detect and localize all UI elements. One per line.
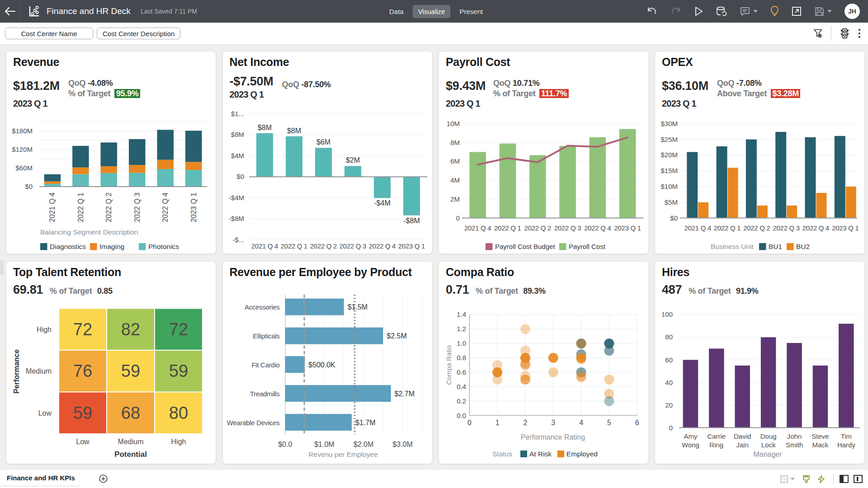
svg-text:2023 Q 1: 2023 Q 1 bbox=[190, 192, 198, 222]
svg-text:Medium: Medium bbox=[26, 367, 52, 375]
svg-text:Manager: Manager bbox=[753, 450, 782, 458]
svg-text:$15M: $15M bbox=[660, 167, 678, 174]
svg-text:-$...: -$... bbox=[232, 236, 244, 244]
svg-text:59: 59 bbox=[169, 361, 188, 380]
svg-text:4M: 4M bbox=[450, 176, 460, 184]
svg-text:$8M: $8M bbox=[287, 127, 301, 135]
svg-text:1: 1 bbox=[495, 419, 500, 427]
svg-text:$2.5M: $2.5M bbox=[387, 332, 406, 340]
svg-text:BU2: BU2 bbox=[796, 243, 810, 250]
svg-text:72: 72 bbox=[169, 319, 188, 338]
svg-text:0.8: 0.8 bbox=[457, 354, 466, 361]
svg-text:2022 Q 4: 2022 Q 4 bbox=[802, 224, 829, 232]
svg-text:0: 0 bbox=[467, 419, 472, 427]
svg-text:2022 Q 4: 2022 Q 4 bbox=[584, 224, 611, 232]
svg-text:$2.0M: $2.0M bbox=[353, 441, 373, 448]
svg-text:Mack: Mack bbox=[812, 441, 828, 449]
svg-text:$10M: $10M bbox=[660, 183, 678, 190]
svg-text:$30M: $30M bbox=[660, 120, 678, 127]
svg-text:Performance Rating: Performance Rating bbox=[521, 433, 585, 441]
svg-text:$8M: $8M bbox=[257, 124, 271, 131]
svg-text:John: John bbox=[787, 432, 802, 440]
svg-text:$1.7M: $1.7M bbox=[355, 418, 375, 426]
svg-text:Wearable Devices: Wearable Devices bbox=[226, 418, 279, 426]
svg-text:2022 Q 4: 2022 Q 4 bbox=[368, 242, 395, 250]
svg-text:2022 Q 2: 2022 Q 2 bbox=[105, 192, 113, 222]
svg-text:2022 Q 3: 2022 Q 3 bbox=[554, 224, 581, 232]
svg-text:2022 Q 2: 2022 Q 2 bbox=[743, 224, 770, 232]
svg-text:2022 Q 1: 2022 Q 1 bbox=[77, 192, 85, 222]
svg-text:$1...: $1... bbox=[231, 110, 244, 117]
svg-text:8M: 8M bbox=[450, 139, 460, 146]
svg-text:Ring: Ring bbox=[709, 441, 723, 449]
svg-text:0.0: 0.0 bbox=[457, 411, 466, 419]
svg-text:$5M: $5M bbox=[665, 198, 678, 206]
svg-text:2021 Q 4: 2021 Q 4 bbox=[251, 242, 278, 250]
svg-text:72: 72 bbox=[73, 319, 92, 338]
svg-text:1.0: 1.0 bbox=[457, 339, 466, 347]
svg-text:68: 68 bbox=[121, 403, 140, 422]
svg-text:Tim: Tim bbox=[841, 432, 852, 440]
svg-text:$120M: $120M bbox=[12, 145, 33, 153]
svg-text:Status: Status bbox=[492, 450, 512, 458]
svg-text:0.6: 0.6 bbox=[457, 368, 466, 375]
svg-text:0.2: 0.2 bbox=[457, 397, 466, 404]
svg-text:$1.5M: $1.5M bbox=[347, 303, 367, 311]
svg-text:Payroll Cost Budget: Payroll Cost Budget bbox=[495, 243, 555, 250]
svg-text:76: 76 bbox=[73, 361, 92, 380]
svg-text:Smith: Smith bbox=[786, 441, 803, 449]
svg-text:2021 Q 4: 2021 Q 4 bbox=[48, 192, 56, 222]
svg-text:Treadmills: Treadmills bbox=[250, 389, 279, 397]
svg-text:2: 2 bbox=[524, 419, 528, 427]
svg-text:2022 Q 2: 2022 Q 2 bbox=[524, 224, 551, 232]
svg-text:2023 Q 1: 2023 Q 1 bbox=[614, 224, 641, 232]
svg-text:Potential: Potential bbox=[114, 450, 147, 459]
svg-text:$20M: $20M bbox=[660, 151, 678, 159]
svg-text:Medium: Medium bbox=[118, 438, 144, 446]
svg-text:Wong: Wong bbox=[682, 441, 699, 449]
svg-text:-$4M: -$4M bbox=[374, 199, 390, 207]
svg-text:Low: Low bbox=[76, 438, 90, 446]
svg-text:2022 Q 3: 2022 Q 3 bbox=[773, 224, 800, 232]
svg-text:2022 Q 1: 2022 Q 1 bbox=[280, 242, 307, 250]
svg-text:2M: 2M bbox=[450, 195, 460, 203]
svg-text:40: 40 bbox=[665, 378, 673, 386]
svg-text:$25M: $25M bbox=[660, 136, 678, 143]
svg-text:Payroll Cost: Payroll Cost bbox=[569, 243, 606, 250]
svg-text:$1.0M: $1.0M bbox=[314, 441, 334, 448]
svg-text:1.4: 1.4 bbox=[457, 310, 466, 318]
svg-text:$3.0M: $3.0M bbox=[392, 441, 412, 448]
svg-text:$2.7M: $2.7M bbox=[394, 389, 414, 397]
svg-text:Employed: Employed bbox=[566, 450, 598, 458]
svg-text:80: 80 bbox=[169, 403, 188, 422]
svg-text:2022 Q 2: 2022 Q 2 bbox=[310, 242, 336, 250]
svg-text:5: 5 bbox=[607, 419, 611, 427]
svg-text:0.4: 0.4 bbox=[457, 382, 466, 390]
svg-text:82: 82 bbox=[121, 319, 140, 338]
svg-text:$6M: $6M bbox=[316, 138, 330, 146]
svg-text:$180M: $180M bbox=[12, 127, 33, 135]
svg-text:Hardy: Hardy bbox=[837, 441, 856, 449]
svg-text:6M: 6M bbox=[450, 157, 460, 165]
svg-text:Carrie: Carrie bbox=[707, 432, 726, 440]
svg-text:0: 0 bbox=[669, 423, 673, 431]
svg-text:$0: $0 bbox=[236, 173, 244, 180]
svg-text:3: 3 bbox=[551, 419, 555, 427]
svg-text:At Risk: At Risk bbox=[529, 450, 552, 458]
svg-text:80: 80 bbox=[665, 333, 673, 341]
svg-text:2022 Q 4: 2022 Q 4 bbox=[161, 192, 169, 222]
svg-text:1.2: 1.2 bbox=[457, 325, 466, 333]
svg-text:2021 Q 4: 2021 Q 4 bbox=[464, 224, 491, 232]
svg-text:100: 100 bbox=[661, 310, 673, 318]
svg-text:Compa Ratio: Compa Ratio bbox=[445, 345, 453, 385]
svg-text:2023 Q 1: 2023 Q 1 bbox=[832, 224, 859, 232]
svg-text:Steve: Steve bbox=[811, 432, 829, 440]
svg-text:$0.0: $0.0 bbox=[278, 441, 292, 448]
svg-text:Doug: Doug bbox=[760, 432, 777, 440]
svg-text:Diagnostics: Diagnostics bbox=[50, 243, 86, 250]
svg-text:2022 Q 1: 2022 Q 1 bbox=[494, 224, 521, 232]
svg-text:2022 Q 3: 2022 Q 3 bbox=[339, 242, 366, 250]
svg-text:2023 Q 1: 2023 Q 1 bbox=[398, 242, 425, 250]
svg-text:$0: $0 bbox=[25, 183, 33, 190]
svg-text:59: 59 bbox=[73, 403, 92, 422]
